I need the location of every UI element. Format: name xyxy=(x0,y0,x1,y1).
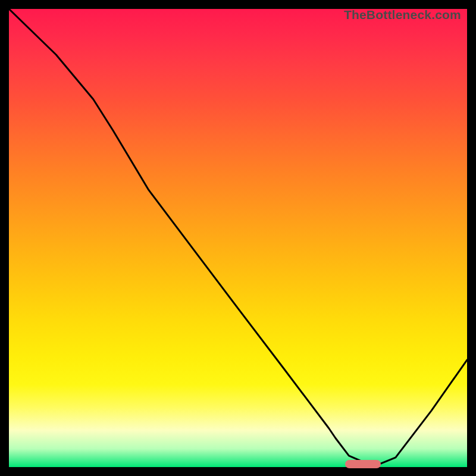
bottleneck-curve xyxy=(9,9,467,467)
sweet-spot-marker xyxy=(345,460,381,468)
plot-area: TheBottleneck.com xyxy=(9,9,467,467)
chart-container: TheBottleneck.com xyxy=(0,0,476,476)
